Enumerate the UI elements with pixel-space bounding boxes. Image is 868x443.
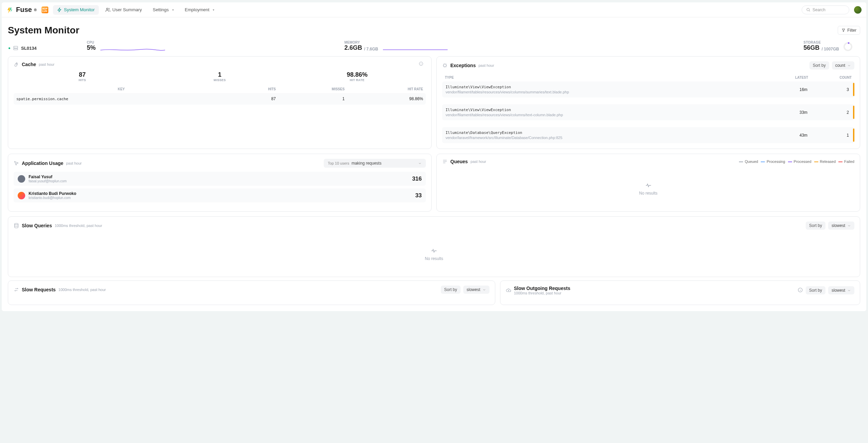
database-icon xyxy=(14,223,19,228)
queues-card: Queues past hour Queued Processing Proce… xyxy=(436,154,860,212)
search-icon xyxy=(806,7,810,12)
cursor-icon xyxy=(14,161,19,166)
storage-label: STORAGE xyxy=(804,41,839,44)
memory-sparkline xyxy=(383,42,448,51)
slow-requests-sort-label: Sort by xyxy=(441,286,461,294)
exceptions-sort-label: Sort by xyxy=(809,61,829,70)
svg-point-7 xyxy=(15,223,18,225)
rocket-icon xyxy=(14,62,19,67)
slow-outgoing-card: Slow Outgoing Requests 1000ms threshold,… xyxy=(500,280,860,305)
status-dot-icon xyxy=(9,47,10,49)
slow-requests-card: Slow Requests 1000ms threshold, past hou… xyxy=(8,280,495,305)
storage-value: 56GB xyxy=(804,44,820,51)
memory-label: MEMORY xyxy=(344,41,378,44)
brand-logo[interactable]: Fuse® xyxy=(6,6,37,14)
memory-total: / 7.6GB xyxy=(364,47,378,51)
queues-empty: No results xyxy=(442,168,854,206)
search-input[interactable]: Search xyxy=(802,5,849,14)
heartbeat-icon xyxy=(645,182,652,189)
slow-outgoing-sort-label: Sort by xyxy=(806,286,825,294)
slow-queries-sort-label: Sort by xyxy=(806,222,825,230)
slow-requests-sort-select[interactable]: slowest xyxy=(463,286,489,294)
user-row[interactable]: Kristianto Budi Purwokokristianto.budi@h… xyxy=(14,188,426,202)
slow-outgoing-sort-select[interactable]: slowest xyxy=(828,286,854,294)
avatar xyxy=(18,192,25,199)
cloud-up-icon xyxy=(506,288,511,293)
user-avatar[interactable] xyxy=(854,6,862,14)
nav-items: System Monitor User Summary Settings Emp… xyxy=(53,5,219,14)
svg-rect-1 xyxy=(14,46,18,48)
cache-hits-value: 87 xyxy=(14,71,151,78)
nav-settings[interactable]: Settings xyxy=(149,5,178,14)
storage-total: / 1007GB xyxy=(822,47,839,51)
users-icon xyxy=(106,7,110,12)
nav-system-monitor[interactable]: System Monitor xyxy=(53,5,99,14)
cache-key: spatie.permission.cache xyxy=(14,93,229,105)
top-nav: Fuse® HOPLUN System Monitor User Summary… xyxy=(2,2,866,17)
bolt-icon xyxy=(57,7,62,12)
info-icon[interactable] xyxy=(419,61,423,67)
slow-queries-empty: No results xyxy=(14,234,854,271)
avatar xyxy=(18,175,25,183)
svg-point-6 xyxy=(444,64,446,67)
chevron-down-icon xyxy=(847,64,851,67)
exception-row[interactable]: Illuminate\Database\QueryExceptionvendor… xyxy=(442,127,854,143)
exceptions-sort-select[interactable]: count xyxy=(832,61,854,70)
application-usage-card: Application Usage past hour Top 10 users… xyxy=(8,154,432,212)
chevron-down-icon xyxy=(482,288,486,292)
cache-misses-value: 1 xyxy=(151,71,289,78)
page-title: System Monitor xyxy=(8,25,79,36)
slow-queries-sort-select[interactable]: slowest xyxy=(828,222,854,230)
storage-donut-icon xyxy=(843,42,853,51)
heartbeat-icon xyxy=(431,247,437,254)
usage-filter-select[interactable]: Top 10 users making requests xyxy=(324,159,426,168)
org-badge[interactable]: HOPLUN xyxy=(42,6,48,13)
table-row[interactable]: spatie.permission.cache87198.86% xyxy=(14,93,426,105)
info-icon[interactable] xyxy=(798,287,803,294)
server-name: SL0134 xyxy=(9,41,77,51)
svg-point-3 xyxy=(14,47,15,47)
svg-point-0 xyxy=(807,8,809,11)
user-row[interactable]: Faisal Yusuffaisal.yusuf@hoplun.com316 xyxy=(14,172,426,186)
queues-legend: Queued Processing Processed Released Fai… xyxy=(739,159,854,164)
cache-hitrate-value: 98.86% xyxy=(288,71,426,78)
cpu-sparkline xyxy=(100,42,165,51)
queue-icon xyxy=(442,159,448,164)
exceptions-table: TYPE LATEST COUNT Illuminate\View\ViewEx… xyxy=(442,74,854,143)
exception-row[interactable]: Illuminate\View\ViewExceptionvendor/fila… xyxy=(442,81,854,97)
exception-row[interactable]: Illuminate\View\ViewExceptionvendor/fila… xyxy=(442,104,854,120)
server-icon xyxy=(13,45,18,51)
cache-card: Cache past hour 87HITS 1MISSES 98.86%HIT… xyxy=(8,56,432,149)
memory-value: 2.6GB xyxy=(344,44,362,51)
slow-queries-card: Slow Queries 1000ms threshold, past hour… xyxy=(8,216,860,277)
svg-rect-2 xyxy=(14,48,18,50)
cache-table: KEY HITS MISSES HIT RATE spatie.permissi… xyxy=(14,85,426,105)
chevron-down-icon xyxy=(418,162,422,165)
bug-icon xyxy=(442,63,448,68)
svg-point-4 xyxy=(844,43,852,50)
fuse-icon xyxy=(6,6,14,14)
filter-button[interactable]: Filter xyxy=(838,26,860,35)
cpu-label: CPU xyxy=(87,41,96,44)
brand-name: Fuse xyxy=(16,6,32,14)
chevron-down-icon xyxy=(847,224,851,228)
nav-user-summary[interactable]: User Summary xyxy=(101,5,146,14)
filter-icon xyxy=(841,28,846,32)
chevron-down-icon xyxy=(847,289,851,292)
swap-icon xyxy=(14,287,19,292)
cpu-value: 5% xyxy=(87,44,96,51)
nav-employment[interactable]: Employment xyxy=(181,5,219,14)
exceptions-card: Exceptions past hour Sort by count TYPE … xyxy=(436,56,860,149)
